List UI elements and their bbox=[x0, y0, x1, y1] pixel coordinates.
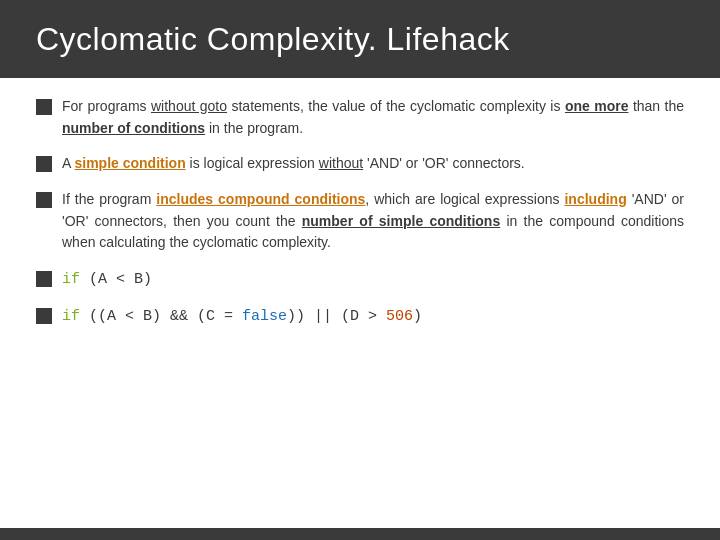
bullet-icon-1 bbox=[36, 99, 52, 115]
bullet-item-3: If the program includes compound conditi… bbox=[36, 189, 684, 254]
without-text: without bbox=[319, 155, 363, 171]
including-text: including bbox=[564, 191, 626, 207]
number-of-conditions-text: number of conditions bbox=[62, 120, 205, 136]
footer-bar bbox=[0, 528, 720, 540]
code1-rest: (A < B) bbox=[80, 271, 152, 288]
bullet-text-3: If the program includes compound conditi… bbox=[62, 189, 684, 254]
if-keyword-2: if bbox=[62, 308, 80, 325]
slide-title: Cyclomatic Complexity. Lifehack bbox=[36, 21, 510, 58]
bullet-icon-2 bbox=[36, 156, 52, 172]
bullet-item-1: For programs without goto statements, th… bbox=[36, 96, 684, 139]
if-keyword-1: if bbox=[62, 271, 80, 288]
number-506: 506 bbox=[386, 308, 413, 325]
code2-part3: ) bbox=[413, 308, 422, 325]
code2-part2: )) || (D > bbox=[287, 308, 386, 325]
bullet-text-2: A simple condition is logical expression… bbox=[62, 153, 525, 175]
code2-part1: ((A < B) && (C = bbox=[80, 308, 242, 325]
without-goto-text: without goto bbox=[151, 98, 227, 114]
bullet-text-1: For programs without goto statements, th… bbox=[62, 96, 684, 139]
false-keyword: false bbox=[242, 308, 287, 325]
bullet-icon-3 bbox=[36, 192, 52, 208]
simple-condition-text: simple condition bbox=[74, 155, 185, 171]
slide: Cyclomatic Complexity. Lifehack For prog… bbox=[0, 0, 720, 540]
number-simple-conditions-text: number of simple conditions bbox=[302, 213, 500, 229]
slide-content: For programs without goto statements, th… bbox=[0, 78, 720, 528]
bullet-icon-code1 bbox=[36, 271, 52, 287]
bullet-item-2: A simple condition is logical expression… bbox=[36, 153, 684, 175]
bullet-item-code2: if ((A < B) && (C = false)) || (D > 506) bbox=[36, 305, 684, 328]
bullet-text-code2: if ((A < B) && (C = false)) || (D > 506) bbox=[62, 305, 422, 328]
slide-header: Cyclomatic Complexity. Lifehack bbox=[0, 0, 720, 78]
bullet-icon-code2 bbox=[36, 308, 52, 324]
bullet-text-code1: if (A < B) bbox=[62, 268, 152, 291]
one-more-text: one more bbox=[565, 98, 629, 114]
bullet-item-code1: if (A < B) bbox=[36, 268, 684, 291]
includes-compound-text: includes compound conditions bbox=[156, 191, 365, 207]
